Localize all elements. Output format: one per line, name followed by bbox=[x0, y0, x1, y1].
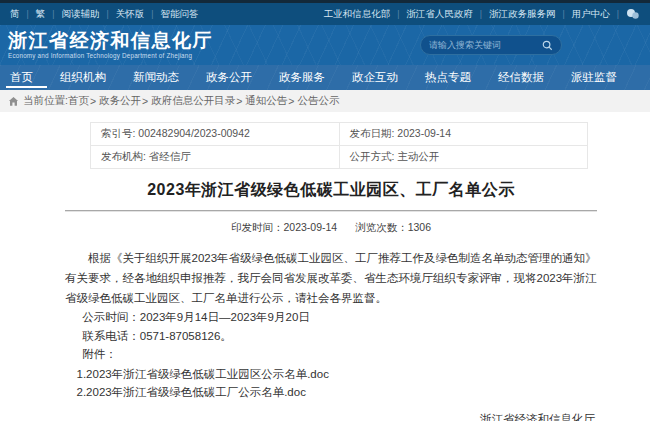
table-row: 索引号: 002482904/2023-00942 发布日期: 2023-09-… bbox=[91, 123, 588, 146]
body-paragraph: 根据《关于组织开展2023年省级绿色低碳工业园区、工厂推荐工作及绿色制造名单动态… bbox=[65, 248, 597, 308]
views-label: 浏览次数： bbox=[355, 221, 408, 233]
top-utility-bar: 简 | 繁 | 阅读辅助 | 关怀版 | 智能问答 工业和信息化部 | 浙江省人… bbox=[0, 0, 650, 25]
search-icon[interactable] bbox=[542, 40, 553, 51]
breadcrumb-item-notices[interactable]: 通知公告 bbox=[245, 94, 287, 108]
site-title: 浙江省经济和信息化厅 bbox=[8, 31, 213, 51]
topbar-link-simplified[interactable]: 简 bbox=[10, 8, 20, 21]
nav-item-gov-services[interactable]: 政务服务 bbox=[277, 65, 327, 90]
meta-agency-label: 发布机构: bbox=[101, 150, 146, 162]
breadcrumb-prefix: 当前位置: bbox=[23, 94, 68, 108]
attachment-link-factories[interactable]: 2.2023年浙江省级绿色低碳工厂公示名单.doc bbox=[65, 384, 597, 400]
nav-item-interaction[interactable]: 政企互动 bbox=[350, 65, 400, 90]
site-subtitle-en: Economy and Information Technology Depar… bbox=[8, 53, 213, 60]
topbar-link-reading-aid[interactable]: 阅读辅助 bbox=[61, 8, 99, 21]
breadcrumb-separator: > bbox=[142, 95, 148, 107]
nav-item-organization[interactable]: 组织机构 bbox=[58, 65, 108, 90]
signature-organization: 浙江省经济和信息化厅 bbox=[65, 412, 597, 421]
page-title: 2023年浙江省级绿色低碳工业园区、工厂名单公示 bbox=[65, 180, 597, 201]
meta-method-value: 主动公开 bbox=[397, 150, 439, 162]
meta-date-value: 2023-09-14 bbox=[397, 127, 451, 139]
topbar-link-care-version[interactable]: 关怀版 bbox=[116, 8, 145, 21]
divider: | bbox=[27, 9, 29, 19]
search-box[interactable] bbox=[420, 35, 562, 55]
title-divider bbox=[65, 210, 597, 212]
breadcrumb-item-announcements[interactable]: 公告公示 bbox=[297, 94, 339, 108]
breadcrumb-separator: > bbox=[236, 95, 242, 107]
meta-date-cell: 发布日期: 2023-09-14 bbox=[339, 123, 588, 146]
nav-item-data[interactable]: 经信数据 bbox=[496, 65, 546, 90]
breadcrumb-separator: > bbox=[288, 95, 294, 107]
site-brand: 浙江省经济和信息化厅 Economy and Information Techn… bbox=[8, 31, 213, 60]
nav-item-home[interactable]: 首页 bbox=[8, 65, 35, 90]
breadcrumb-separator: > bbox=[90, 95, 96, 107]
breadcrumb-item-home[interactable]: 首页 bbox=[68, 94, 89, 108]
divider: | bbox=[617, 9, 619, 19]
topbar-link-traditional[interactable]: 繁 bbox=[36, 8, 46, 21]
breadcrumb: 当前位置: 首页 > 政务公开 > 政府信息公开目录 > 通知公告 > 公告公示 bbox=[0, 90, 650, 112]
document-content: 索引号: 002482904/2023-00942 发布日期: 2023-09-… bbox=[0, 122, 650, 421]
meta-agency-value: 省经信厅 bbox=[149, 150, 191, 162]
print-meta-line: 印发时间：2023-09-14浏览次数：1306 bbox=[65, 221, 597, 235]
meta-index-cell: 索引号: 002482904/2023-00942 bbox=[91, 123, 340, 146]
site-header-banner: 浙江省经济和信息化厅 Economy and Information Techn… bbox=[0, 25, 650, 65]
search-input[interactable] bbox=[429, 40, 542, 50]
topbar-link-service-portal[interactable]: 浙江政务服务网 bbox=[489, 8, 556, 21]
publicity-period-line: 公示时间：2023年9月14日—2023年9月20日 bbox=[65, 308, 597, 327]
topbar-link-user-center[interactable]: 用户中心 bbox=[572, 8, 610, 21]
nav-item-gov-disclosure[interactable]: 政务公开 bbox=[204, 65, 254, 90]
document-meta-table: 索引号: 002482904/2023-00942 发布日期: 2023-09-… bbox=[90, 122, 588, 169]
topbar-right-links: 工业和信息化部 | 浙江省人民政府 | 浙江政务服务网 | 用户中心 | bbox=[324, 8, 640, 21]
print-time-label: 印发时间： bbox=[231, 221, 284, 233]
meta-method-cell: 公开方式: 主动公开 bbox=[339, 146, 588, 169]
divider: | bbox=[563, 9, 565, 19]
contact-phone-line: 联系电话：0571-87058126。 bbox=[65, 327, 597, 346]
nav-item-supervision[interactable]: 派驻监督 bbox=[569, 65, 619, 90]
divider: | bbox=[106, 9, 108, 19]
main-nav: 首页 组织机构 新闻动态 政务公开 政务服务 政企互动 热点专题 经信数据 派驻… bbox=[0, 65, 650, 90]
message-bubbles-icon[interactable] bbox=[626, 8, 640, 20]
meta-date-label: 发布日期: bbox=[350, 127, 395, 139]
home-icon bbox=[8, 96, 19, 107]
table-row: 发布机构: 省经信厅 公开方式: 主动公开 bbox=[91, 146, 588, 169]
topbar-link-miit[interactable]: 工业和信息化部 bbox=[324, 8, 391, 21]
breadcrumb-item-disclosure[interactable]: 政务公开 bbox=[99, 94, 141, 108]
meta-agency-cell: 发布机构: 省经信厅 bbox=[91, 146, 340, 169]
divider: | bbox=[52, 9, 54, 19]
attachments-label: 附件： bbox=[65, 345, 597, 364]
meta-index-value: 002482904/2023-00942 bbox=[138, 127, 250, 139]
attachment-link-parks[interactable]: 1.2023年浙江省级绿色低碳工业园区公示名单.doc bbox=[65, 366, 597, 382]
topbar-link-provincial-gov[interactable]: 浙江省人民政府 bbox=[406, 8, 473, 21]
meta-index-label: 索引号: bbox=[101, 127, 135, 139]
topbar-left-links: 简 | 繁 | 阅读辅助 | 关怀版 | 智能问答 bbox=[10, 8, 198, 21]
views-value: 1306 bbox=[408, 221, 431, 233]
nav-item-news[interactable]: 新闻动态 bbox=[131, 65, 181, 90]
divider: | bbox=[480, 9, 482, 19]
print-time-value: 2023-09-14 bbox=[283, 221, 337, 233]
breadcrumb-item-catalog[interactable]: 政府信息公开目录 bbox=[151, 94, 235, 108]
meta-method-label: 公开方式: bbox=[350, 150, 395, 162]
nav-item-hot-topics[interactable]: 热点专题 bbox=[423, 65, 473, 90]
divider: | bbox=[151, 9, 153, 19]
divider: | bbox=[397, 9, 399, 19]
document-body: 根据《关于组织开展2023年省级绿色低碳工业园区、工厂推荐工作及绿色制造名单动态… bbox=[65, 248, 597, 400]
topbar-link-smart-qa[interactable]: 智能问答 bbox=[160, 8, 198, 21]
